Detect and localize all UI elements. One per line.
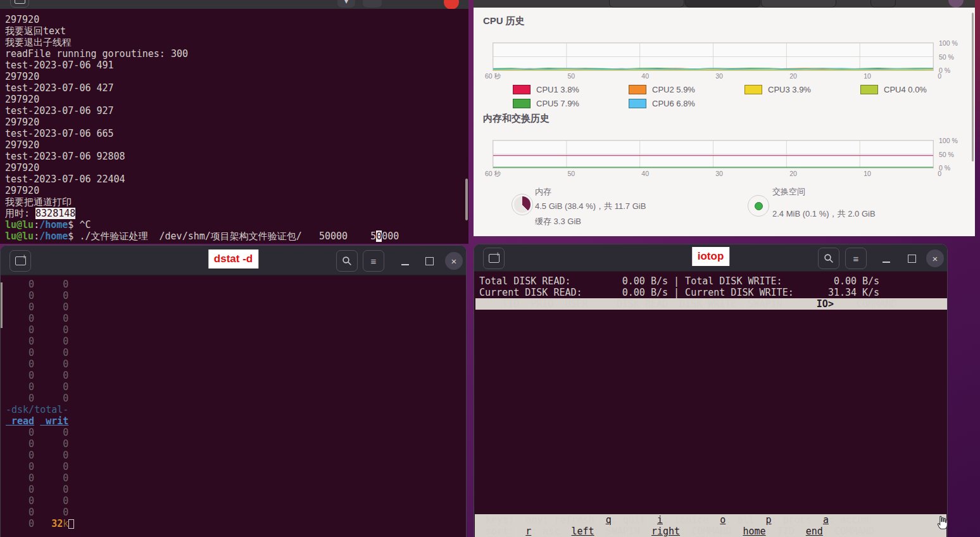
text-segment: 0 0 (6, 370, 68, 381)
legend-label: CPU4 0.0% (884, 85, 927, 94)
new-tab-button[interactable]: + (9, 250, 31, 272)
text-segment: COMMAND (834, 298, 896, 310)
text-segment: 0 0 (6, 450, 68, 461)
system-monitor-scrollbar[interactable] (972, 13, 974, 161)
text-segment: k (63, 518, 68, 529)
iotop-footer-line: sort: r: asc left: SWAPIN right: COMMAND… (475, 526, 946, 537)
maximize-icon (425, 257, 434, 265)
memory-history-title: 内存和交换历史 (483, 113, 550, 125)
dstat-line: read writ (6, 415, 466, 427)
swap-icon (748, 195, 769, 217)
close-button[interactable]: × (926, 250, 944, 267)
text-segment: : ionice (663, 514, 720, 526)
text-segment: end (806, 526, 823, 537)
x-axis-tick: 10 (864, 72, 871, 81)
terminal-line: test-2023-07-06 665 (5, 128, 468, 139)
minimize-button[interactable] (876, 248, 897, 269)
new-tab-button[interactable]: + (10, 0, 29, 8)
x-axis-tick: 30 (715, 170, 723, 179)
menu-icon: ≡ (371, 256, 377, 266)
text-segment: test-2023-07-06 22404 (5, 174, 125, 185)
terminal-line: 297920 (5, 162, 468, 174)
text-segment: 0 0 (6, 427, 68, 438)
dstat-line: 0 0 (6, 358, 466, 370)
app-avatar (948, 0, 964, 8)
dstat-line: 0 0 (6, 472, 466, 484)
text-segment: 297920 (5, 71, 39, 82)
iotop-output[interactable]: Total DISK READ: 0.00 B/s | Total DISK W… (474, 272, 947, 537)
text-segment: home (743, 526, 765, 537)
text-segment: : TID (766, 526, 806, 537)
tab-文件系统[interactable]: 文件系统 (761, 0, 836, 8)
text-segment: keys: any: refresh (480, 514, 606, 526)
legend-swatch (860, 85, 878, 94)
text-segment: 0 (6, 518, 51, 529)
iotop-titlebar: + iotop ≡ × (474, 244, 947, 272)
text-segment: : asc (531, 526, 571, 537)
dstat-line: 0 0 (6, 279, 466, 290)
search-button[interactable] (336, 250, 358, 272)
chevron-down-icon: ▾ (344, 0, 349, 5)
text-segment: 0 0 (6, 461, 68, 472)
terminal-line: lu@lu:/home$ ./文件验证处理 /dev/shm/项目架构文件验证包… (5, 231, 468, 242)
text-segment: r (525, 526, 531, 537)
maximize-button[interactable] (901, 248, 922, 269)
menu-button[interactable]: ≡ (845, 248, 867, 269)
memory-label: 内存 (535, 186, 551, 198)
text-segment: : COMMAND (823, 526, 874, 537)
dstat-scrollbar[interactable] (1, 282, 3, 328)
text-segment: sort: (480, 526, 525, 537)
maximize-button[interactable] (418, 250, 440, 272)
text-segment: 0 0 (6, 347, 68, 358)
text-segment: 0 0 (6, 358, 68, 370)
text-segment: : accum (829, 514, 869, 526)
window-title-annotation: iotop (692, 247, 730, 266)
close-button[interactable]: × (445, 252, 463, 270)
text-segment: : SWAPIN (594, 526, 651, 537)
text-segment: left (572, 526, 594, 537)
terminal-line: 我要退出子线程 (5, 37, 468, 48)
iotop-header-line: TID PRIO USER DISK READ DISK WRITE SWAPI… (475, 298, 947, 310)
menu-button[interactable] (870, 0, 896, 8)
dstat-output[interactable]: 0 0 0 0 0 0 0 0 0 0 0 0 0 0 0 0 0 0 0 0 … (1, 275, 466, 529)
x-axis-tick: 40 (641, 170, 649, 179)
text-segment: 000 (382, 231, 399, 242)
text-segment: : (34, 219, 39, 231)
terminal-line: test-2023-07-06 491 (5, 60, 468, 71)
titlebar-button-dropdown[interactable]: ▾ (337, 0, 355, 8)
text-segment: 297920 (5, 117, 39, 128)
iotop-footer: keys: any: refresh q: quit i: ionice o: … (475, 514, 946, 537)
text-segment: 0 0 (6, 290, 68, 301)
terminal-window-main: + ▾ 297920我要返回text我要退出子线程readFile runnin… (0, 0, 468, 244)
text-segment: 297920 (5, 14, 39, 25)
menu-button[interactable]: ≡ (363, 250, 384, 272)
text-segment: 0 0 (6, 484, 68, 495)
text-segment: Total DISK READ: 0.00 B/s | Total DISK W… (479, 275, 879, 287)
text-segment: lu@lu (5, 219, 34, 231)
text-segment: 0 0 (6, 393, 68, 404)
text-segment: : quit (612, 514, 657, 526)
search-button[interactable] (818, 248, 839, 269)
titlebar-button-extra[interactable] (363, 0, 382, 8)
dstat-line: 0 0 (6, 427, 466, 438)
legend-swatch (513, 85, 531, 94)
new-tab-button[interactable]: + (483, 248, 505, 269)
window-title-annotation: dstat -d (208, 250, 258, 268)
dstat-line: 0 0 (6, 450, 466, 461)
cpu-history-title: CPU 历史 (483, 15, 525, 27)
tab-进程[interactable]: 进程 (609, 0, 684, 8)
text-segment: TID PRIO USER DISK READ DISK WRITE SWAPI… (479, 298, 817, 310)
text-segment: -dsk/total- (6, 404, 68, 415)
dstat-line: 0 0 (6, 324, 466, 336)
terminal-line: test-2023-07-06 92808 (5, 151, 468, 162)
terminal-scrollbar[interactable] (465, 179, 468, 220)
tab-资源[interactable]: 资源 (685, 0, 760, 8)
memory-pie-icon (512, 194, 533, 215)
text-segment: : all (726, 514, 765, 526)
new-tab-icon: + (15, 256, 26, 265)
text-segment: : procs (772, 514, 823, 526)
minimize-button[interactable] (394, 250, 416, 272)
dstat-line: 0 0 (6, 381, 466, 393)
terminal-output[interactable]: 297920我要返回text我要退出子线程readFile running go… (0, 9, 468, 242)
y-axis-tick: 0 % (939, 164, 958, 172)
